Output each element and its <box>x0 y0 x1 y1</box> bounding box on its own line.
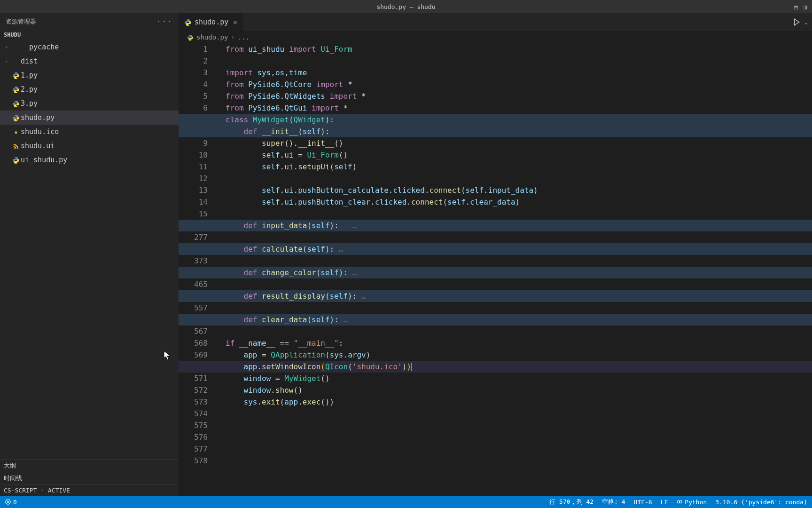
window-title: shudo.py — shudu <box>376 3 435 10</box>
breadcrumb-file: shudo.py <box>196 33 228 41</box>
titlebar: shudo.py — shudu ⬒ ◨ <box>0 0 812 13</box>
breadcrumb-sep: › <box>231 33 234 41</box>
python-icon <box>187 33 194 41</box>
svg-point-2 <box>679 500 682 503</box>
sidebar: 资源管理器 ··· SHUDU ›__pycache__›dist1.py2.p… <box>0 13 179 496</box>
python-icon <box>12 99 20 108</box>
python-icon <box>12 113 20 122</box>
breadcrumb[interactable]: shudo.py › ... <box>179 31 812 43</box>
run-dropdown-icon[interactable]: ⌄ <box>804 20 807 25</box>
file-item-3-py[interactable]: 3.py <box>0 96 179 111</box>
status-language[interactable]: Python <box>676 498 707 506</box>
file-item-shudu-ui[interactable]: shudu.ui <box>0 139 179 153</box>
status-position[interactable]: 行 570，列 42 <box>549 498 593 506</box>
file-item-shudu-ico[interactable]: ★shudu.ico <box>0 125 179 139</box>
file-item---pycache--[interactable]: ›__pycache__ <box>0 40 179 54</box>
layout-panel-icon[interactable]: ⬒ <box>792 3 800 10</box>
code-editor[interactable]: 1234567891011121314151627727837337446546… <box>179 43 812 496</box>
file-item-ui-shudu-py[interactable]: ui_shudu.py <box>0 153 179 167</box>
file-item-1-py[interactable]: 1.py <box>0 68 179 82</box>
chevron-icon: › <box>5 58 11 64</box>
status-eol[interactable]: LF <box>661 498 668 506</box>
folder-root[interactable]: SHUDU <box>0 30 179 40</box>
status-spaces[interactable]: 空格: 4 <box>602 498 625 506</box>
file-label: 3.py <box>21 99 174 108</box>
outline-section[interactable]: 大纲 <box>0 459 179 472</box>
python-icon <box>12 71 20 79</box>
file-label: __pycache__ <box>21 43 174 51</box>
file-item-dist[interactable]: ›dist <box>0 54 179 68</box>
file-label: shudu.ico <box>21 127 174 136</box>
tab-shudo-py[interactable]: shudo.py ✕ <box>179 13 243 31</box>
file-label: 2.py <box>21 85 174 94</box>
star-icon: ★ <box>14 127 18 136</box>
file-item-2-py[interactable]: 2.py <box>0 82 179 96</box>
run-icon[interactable] <box>792 18 801 26</box>
status-encoding[interactable]: UTF-8 <box>634 498 652 506</box>
svg-point-1 <box>677 500 679 503</box>
file-label: ui_shudu.py <box>21 156 174 164</box>
explorer-title: 资源管理器 <box>6 17 156 26</box>
python-icon <box>12 85 20 94</box>
csscript-section[interactable]: CS-SCRIPT - ACTIVE <box>0 484 179 496</box>
tabbar: shudo.py ✕ ⌄ <box>179 13 812 31</box>
timeline-section[interactable]: 时间线 <box>0 472 179 484</box>
file-item-shudo-py[interactable]: shudo.py <box>0 111 179 125</box>
file-label: shudo.py <box>21 113 174 122</box>
chevron-icon: › <box>5 44 11 50</box>
file-tree: ›__pycache__›dist1.py2.py3.pyshudo.py★sh… <box>0 40 179 459</box>
close-icon[interactable]: ✕ <box>233 18 237 26</box>
python-icon <box>12 156 20 164</box>
breadcrumb-rest: ... <box>238 33 250 41</box>
layout-side-icon[interactable]: ◨ <box>802 3 809 10</box>
file-label: dist <box>21 57 174 65</box>
statusbar: 0 行 570，列 42 空格: 4 UTF-8 LF Python 3.10.… <box>0 496 812 508</box>
status-problems[interactable]: 0 <box>5 499 17 506</box>
file-label: shudu.ui <box>21 142 174 150</box>
tab-label: shudo.py <box>195 18 228 26</box>
python-icon <box>184 18 192 26</box>
ui-icon <box>13 142 19 150</box>
file-label: 1.py <box>21 71 174 79</box>
explorer-more-icon[interactable]: ··· <box>156 17 173 26</box>
status-interpreter[interactable]: 3.10.6 ('pyside6': conda) <box>715 498 807 506</box>
